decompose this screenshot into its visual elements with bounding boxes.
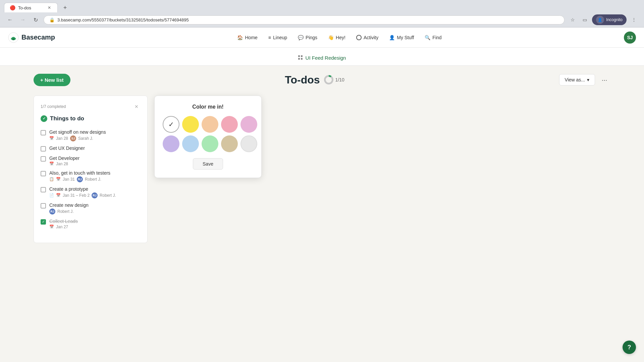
todo-checkbox-3[interactable] (41, 171, 46, 176)
color-swatch-white[interactable]: ✓ (163, 116, 179, 133)
color-swatch-light-blue[interactable] (182, 135, 199, 152)
color-swatch-tan[interactable] (221, 135, 238, 152)
todo-avatar-4: RJ (92, 192, 98, 198)
nav-lineup[interactable]: ≡ Lineup (264, 32, 292, 43)
view-as-button[interactable]: View as... ▾ (559, 74, 595, 85)
app-logo[interactable]: Basecamp (8, 32, 55, 43)
activity-icon (356, 35, 362, 40)
nav-mystuff[interactable]: 👤 My Stuff (384, 32, 419, 43)
list-color-indicator: ✓ (41, 115, 47, 122)
todo-date-4: Jan 31 – Feb 2 (63, 193, 90, 198)
color-swatch-light-gray[interactable] (240, 135, 257, 152)
todo-date-0: Jan 28 (56, 136, 68, 141)
address-bar[interactable]: 🔒 3.basecamp.com/5550377/buckets/3132581… (44, 15, 565, 24)
forward-button[interactable]: → (18, 15, 28, 24)
color-swatch-yellow[interactable] (182, 116, 199, 133)
todo-item: Get Developer 📅 Jan 28 (41, 154, 141, 168)
user-avatar[interactable]: SJ (624, 32, 636, 44)
list-title-text: Things to do (50, 115, 84, 122)
color-picker-popover: Color me in! ✓ (154, 96, 262, 178)
calendar-icon-3: 📅 (56, 177, 61, 181)
nav-find[interactable]: 🔍 Find (420, 32, 446, 43)
project-link[interactable]: UI Feed Redesign (298, 55, 346, 61)
todo-avatar-3: RJ (77, 176, 83, 182)
back-button[interactable]: ← (5, 15, 15, 24)
sidebar-button[interactable]: ▭ (580, 15, 589, 24)
bookmark-button[interactable]: ☆ (568, 15, 577, 24)
list-title: ✓ Things to do (41, 115, 141, 122)
nav-hey[interactable]: 👋 Hey! (323, 32, 350, 43)
browser-chrome: 🔴 To-dos ✕ + ← → ↻ 🔒 3.basecamp.com/5550… (0, 0, 644, 27)
new-tab-button[interactable]: + (60, 3, 70, 12)
todo-date-2: Jan 28 (56, 162, 68, 166)
todo-author-5: Robert J. (57, 209, 74, 214)
refresh-button[interactable]: ↻ (31, 15, 40, 24)
todo-avatar-5: RJ (49, 208, 55, 215)
color-swatch-peach[interactable] (202, 116, 218, 133)
basecamp-logo-icon (8, 32, 19, 43)
color-swatch-pink[interactable] (221, 116, 238, 133)
svg-point-1 (12, 38, 15, 40)
todo-date-3: Jan 31 (63, 177, 75, 182)
todo-meta-6: 📅 Jan 27 (49, 225, 141, 229)
incognito-button[interactable]: 👤 Incognito (592, 14, 627, 25)
new-list-button[interactable]: + New list (34, 74, 70, 86)
nav-activity-label: Activity (364, 35, 378, 40)
color-swatch-green[interactable] (202, 135, 218, 152)
url-text: 3.basecamp.com/5550377/buckets/31325815/… (57, 17, 559, 22)
tab-close-icon[interactable]: ✕ (47, 5, 52, 10)
todo-item: Get signoff on new designs 📅 Jan 28 SJ S… (41, 127, 141, 143)
todo-checkbox-2[interactable] (41, 156, 46, 162)
todo-author-4: Robert J. (100, 193, 116, 198)
cards-row: 1/7 completed ✕ ✓ Things to do Get signo… (34, 96, 610, 243)
help-button[interactable]: ? (623, 341, 636, 354)
chevron-down-icon: ▾ (587, 77, 589, 82)
nav-activity[interactable]: Activity (352, 32, 383, 43)
todo-avatar-0: SJ (70, 135, 76, 141)
todo-author-3: Robert J. (85, 177, 101, 182)
grid-icon (298, 55, 303, 60)
nav-mystuff-label: My Stuff (397, 35, 414, 40)
todo-text-4: Create a prototype (49, 186, 141, 192)
todo-text-6: Collect Leads (49, 219, 141, 224)
todo-list-card: 1/7 completed ✕ ✓ Things to do Get signo… (34, 96, 148, 243)
todo-item: Create a prototype 📄 📅 Jan 31 – Feb 2 RJ… (41, 184, 141, 200)
card-close-button[interactable]: ✕ (132, 103, 141, 111)
calendar-icon-4: 📅 (56, 193, 61, 197)
color-picker-save-button[interactable]: Save (193, 158, 223, 170)
todo-content-3: Also, get in touch with testers 📋 📅 Jan … (49, 170, 141, 182)
todo-checkbox-6[interactable]: ✓ (41, 219, 46, 225)
todo-item: Also, get in touch with testers 📋 📅 Jan … (41, 168, 141, 184)
color-picker-title: Color me in! (163, 104, 253, 110)
nav-pings[interactable]: 💬 Pings (293, 32, 322, 43)
todo-meta-3: 📋 📅 Jan 31 RJ Robert J. (49, 176, 141, 182)
app-nav: 🏠 Home ≡ Lineup 💬 Pings 👋 Hey! Activity … (232, 32, 446, 43)
progress-circle (324, 75, 333, 84)
lineup-icon: ≡ (268, 35, 271, 40)
todo-item: Create new design RJ Robert J. (41, 200, 141, 217)
incognito-avatar: 👤 (596, 16, 604, 24)
more-options-button[interactable]: ··· (598, 74, 610, 86)
color-swatch-lavender-pink[interactable] (240, 116, 257, 133)
view-as-label: View as... (565, 77, 585, 82)
color-swatch-purple[interactable] (163, 135, 179, 152)
todo-meta-4: 📄 📅 Jan 31 – Feb 2 RJ Robert J. (49, 192, 141, 198)
todo-checkbox-1[interactable] (41, 146, 46, 152)
todo-text-0: Get signoff on new designs (49, 129, 141, 135)
todo-author-0: Sarah J. (78, 136, 93, 141)
tab-title: To-dos (18, 5, 31, 10)
page-title-area: To-dos 1/10 (285, 74, 344, 86)
todo-checkbox-0[interactable] (41, 130, 46, 135)
browser-more-button[interactable]: ⋮ (629, 15, 639, 24)
browser-tab[interactable]: 🔴 To-dos ✕ (4, 3, 58, 12)
project-banner: UI Feed Redesign (0, 48, 644, 66)
todo-item: ✓ Collect Leads 📅 Jan 27 (41, 217, 141, 231)
todo-item: Get UX Designer (41, 143, 141, 154)
todo-checkbox-4[interactable] (41, 187, 46, 192)
nav-home[interactable]: 🏠 Home (232, 32, 262, 43)
calendar-icon-0: 📅 (49, 136, 54, 140)
todo-text-3: Also, get in touch with testers (49, 170, 141, 176)
calendar-icon-6: 📅 (49, 225, 54, 229)
todo-checkbox-5[interactable] (41, 203, 46, 208)
nav-find-label: Find (432, 35, 441, 40)
